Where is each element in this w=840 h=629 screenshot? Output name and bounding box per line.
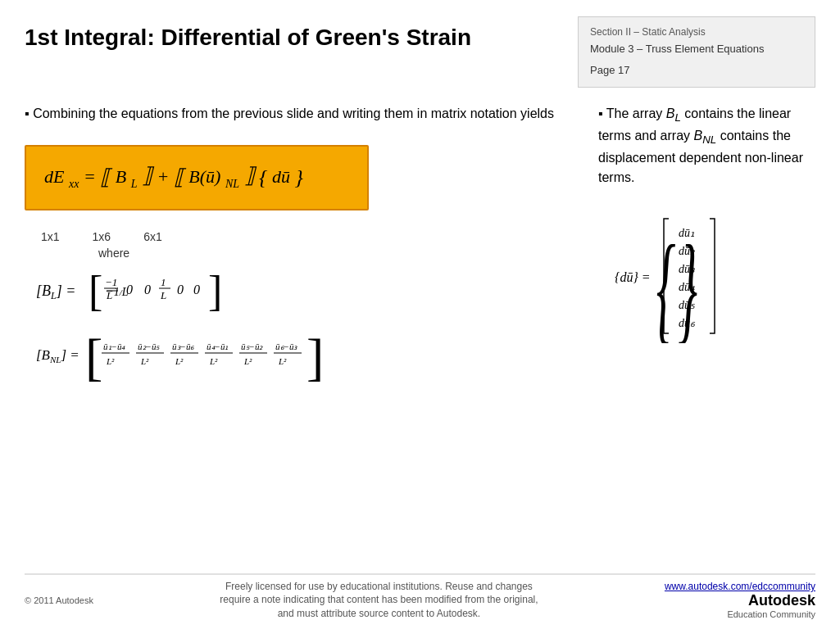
svg-text:L²: L² xyxy=(175,356,184,366)
svg-text:0: 0 xyxy=(193,283,200,296)
autodesk-sub: Education Community xyxy=(727,609,815,619)
content-area: Combining the equations from the previou… xyxy=(25,104,815,573)
module-line: Module 3 – Truss Element Equations xyxy=(590,40,803,58)
footer-copyright: © 2011 Autodesk xyxy=(25,595,93,605)
svg-text:[BL] =: [BL] = xyxy=(36,283,75,301)
footer-url[interactable]: www.autodesk.com/edccommunity xyxy=(665,581,815,592)
bl-matrix-block: [BL] = [ −1/L −1 L 0 0 1 xyxy=(33,266,565,319)
svg-text:−1: −1 xyxy=(105,276,117,288)
svg-text:[BNL] =: [BNL] = xyxy=(36,347,79,364)
dim-6x1: 6x1 xyxy=(143,230,162,243)
section-box: Section II – Static Analysis Module 3 – … xyxy=(578,16,815,88)
vector-svg: { dū₁ dū₂ dū₃ dū₄ dū₅ dū₆ } xyxy=(656,212,754,343)
svg-text:L: L xyxy=(106,289,112,301)
left-column: Combining the equations from the previou… xyxy=(25,104,574,573)
footer: © 2011 Autodesk Freely licensed for use … xyxy=(25,573,815,621)
svg-text:1: 1 xyxy=(161,276,166,288)
svg-text:L²: L² xyxy=(209,356,218,366)
main-formula-svg: dE xx = ⟦ B L ⟧ + ⟦ B(ū) NL ⟧ { dū xyxy=(41,158,352,194)
vector-label: {dū} = xyxy=(615,270,651,285)
dim-1x6: 1x6 xyxy=(93,230,111,243)
title-block: 1st Integral: Differential of Green's St… xyxy=(25,16,578,51)
main-formula-box: dE xx = ⟦ B L ⟧ + ⟦ B(ū) NL ⟧ { dū xyxy=(25,145,369,210)
svg-text:]: ] xyxy=(208,268,222,314)
section-line: Section II – Static Analysis xyxy=(590,24,803,40)
footer-license: Freely licensed for use by educational i… xyxy=(215,580,543,621)
vector-col: {dū} = { dū₁ dū₂ dū₃ dū₄ dū₅ dū₆ } xyxy=(615,212,815,343)
svg-text:L²: L² xyxy=(243,356,252,366)
svg-text:L²: L² xyxy=(278,356,287,366)
svg-text:ū₅−ū₂: ū₅−ū₂ xyxy=(241,342,263,351)
bnl-matrix-block: [BNL] = [ ū₁−ū₄ L² ū₂−ū₅ L² ū₃−ū₆ L² xyxy=(33,327,565,389)
svg-text:[: [ xyxy=(89,268,102,314)
svg-text:ū₂−ū₅: ū₂−ū₅ xyxy=(138,342,160,351)
svg-text:0: 0 xyxy=(126,283,133,296)
right-column: The array BL contains the linear terms a… xyxy=(590,104,815,573)
svg-text:ū₆−ū₃: ū₆−ū₃ xyxy=(275,342,297,351)
footer-right: www.autodesk.com/edccommunity Autodesk E… xyxy=(665,581,815,619)
svg-text:0: 0 xyxy=(177,283,184,296)
svg-text:[: [ xyxy=(85,328,102,386)
svg-text:L²: L² xyxy=(106,356,115,366)
top-section: 1st Integral: Differential of Green's St… xyxy=(25,16,815,88)
page-line: Page 17 xyxy=(590,61,803,79)
right-bullet-text: The array BL contains the linear terms a… xyxy=(598,104,815,188)
bnl-matrix-svg: [BNL] = [ ū₁−ū₄ L² ū₂−ū₅ L² ū₃−ū₆ L² xyxy=(33,327,565,386)
svg-text:]: ] xyxy=(306,328,324,386)
svg-text:ū₄−ū₁: ū₄−ū₁ xyxy=(207,342,228,351)
svg-text:ū₁−ū₄: ū₁−ū₄ xyxy=(103,342,125,351)
svg-text:{: { xyxy=(656,221,675,343)
right-content: The array BL contains the linear terms a… xyxy=(598,104,815,188)
where-label: where xyxy=(98,247,565,260)
dimension-row: 1x1 1x6 6x1 xyxy=(41,230,565,243)
left-bullet-text: Combining the equations from the previou… xyxy=(25,104,565,124)
svg-text:0: 0 xyxy=(144,283,151,296)
page-container: 1st Integral: Differential of Green's St… xyxy=(0,0,840,629)
bl-matrix-svg: [BL] = [ −1/L −1 L 0 0 1 xyxy=(33,266,377,315)
dim-1x1: 1x1 xyxy=(41,230,60,243)
svg-text:L: L xyxy=(160,289,166,301)
autodesk-brand: Autodesk xyxy=(748,592,815,609)
svg-text:L²: L² xyxy=(140,356,149,366)
svg-text:ū₃−ū₆: ū₃−ū₆ xyxy=(172,342,194,351)
svg-text:}: } xyxy=(678,221,697,343)
page-title: 1st Integral: Differential of Green's St… xyxy=(25,25,578,51)
svg-text:dE
            xx
            : dE xx = ⟦ B L ⟧ + ⟦ B(ū) NL ⟧ { dū xyxy=(44,164,303,192)
